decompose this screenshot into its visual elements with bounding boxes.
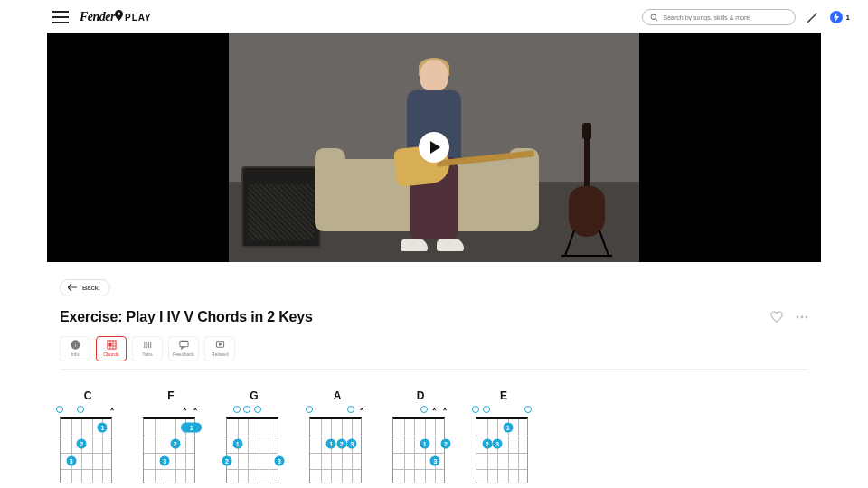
chord-name: G — [226, 389, 282, 402]
open-string-icon — [233, 406, 241, 413]
chord-diagram-f[interactable]: F××123 — [143, 389, 199, 483]
tab-label: Feedback — [173, 352, 194, 357]
svg-point-9 — [74, 342, 76, 343]
svg-line-2 — [656, 19, 657, 21]
fretboard: 123 — [60, 417, 112, 483]
chord-diagrams: C×123F××123G123A×123D××123E123 — [60, 389, 808, 483]
fretboard: 123 — [476, 417, 528, 483]
svg-point-1 — [651, 14, 656, 19]
chord-diagram-d[interactable]: D××123 — [392, 389, 448, 483]
finger-dot: 1 — [232, 439, 242, 449]
svg-rect-20 — [179, 341, 187, 346]
search-field[interactable] — [664, 14, 788, 21]
back-label: Back — [82, 284, 99, 292]
finger-dot: 2 — [482, 439, 492, 449]
finger-dot: 3 — [347, 439, 357, 449]
chord-top-markers — [226, 406, 282, 415]
fretboard: 123 — [392, 417, 445, 483]
svg-point-4 — [797, 315, 799, 318]
svg-point-15 — [108, 343, 110, 345]
open-string-icon — [306, 406, 313, 413]
chord-diagram-g[interactable]: G123 — [226, 389, 282, 483]
finger-dot: 3 — [160, 455, 170, 465]
open-string-icon — [524, 406, 532, 413]
muted-string-icon: × — [108, 406, 116, 413]
muted-string-icon: × — [441, 406, 448, 413]
svg-point-5 — [801, 315, 804, 318]
tab-tabs[interactable]: Tabs — [132, 336, 163, 361]
finger-dot: 2 — [222, 455, 232, 465]
tab-label: Tabs — [142, 352, 153, 357]
play-icon[interactable] — [419, 132, 449, 163]
svg-point-6 — [806, 315, 808, 318]
streak-indicator[interactable]: 1 — [830, 11, 850, 23]
chord-name: D — [392, 389, 448, 402]
svg-point-0 — [118, 13, 120, 15]
chord-top-markers: × — [309, 406, 365, 415]
tab-label: Info — [71, 352, 79, 357]
related-icon — [215, 340, 225, 350]
open-string-icon — [56, 406, 63, 413]
content-tabs: Info Chords Tabs Feedback Related — [60, 336, 808, 370]
chord-name: C — [60, 389, 116, 402]
svg-point-3 — [816, 13, 816, 14]
tab-related[interactable]: Related — [204, 336, 235, 361]
lesson-video[interactable] — [47, 33, 821, 262]
open-string-icon — [483, 406, 490, 413]
finger-dot: 3 — [275, 455, 285, 465]
favorite-icon[interactable] — [770, 311, 783, 324]
finger-dot: 1 — [98, 422, 108, 432]
search-input[interactable] — [642, 9, 796, 25]
fretboard: 123 — [143, 417, 195, 483]
chord-name: F — [143, 389, 199, 402]
finger-dot: 1 — [503, 422, 513, 432]
open-string-icon — [254, 406, 261, 413]
logo-word-1: Fender — [80, 10, 115, 23]
chord-diagram-e[interactable]: E123 — [476, 389, 532, 483]
tab-info[interactable]: Info — [60, 336, 90, 361]
chord-top-markers: × — [60, 406, 116, 415]
streak-count: 1 — [846, 14, 850, 22]
muted-string-icon: × — [430, 406, 438, 413]
finger-dot: 2 — [441, 439, 451, 449]
tab-chords[interactable]: Chords — [96, 336, 127, 361]
lesson-title: Exercise: Play I IV V Chords in 2 Keys — [60, 309, 770, 325]
finger-dot: 2 — [77, 439, 87, 449]
open-string-icon — [77, 406, 84, 413]
open-string-icon — [347, 406, 354, 413]
menu-icon[interactable] — [52, 11, 69, 23]
open-string-icon — [420, 406, 428, 413]
finger-dot: 3 — [430, 455, 440, 465]
search-icon — [650, 14, 658, 22]
tab-label: Chords — [103, 352, 119, 357]
more-icon[interactable] — [796, 315, 808, 319]
feedback-icon — [179, 340, 189, 350]
finger-dot: 2 — [336, 439, 346, 449]
chord-diagram-c[interactable]: C×123 — [60, 389, 116, 483]
chord-name: A — [309, 389, 365, 402]
finger-dot: 3 — [66, 455, 76, 465]
back-button[interactable]: Back — [60, 279, 110, 296]
tabs-icon — [143, 340, 153, 350]
open-string-icon — [472, 406, 479, 413]
logo-pin-icon — [115, 10, 123, 24]
finger-dot: 3 — [493, 439, 503, 449]
finger-dot: 1 — [420, 439, 429, 449]
brand-logo[interactable]: Fender PLAY — [80, 10, 152, 24]
finger-dot: 2 — [170, 439, 180, 449]
fretboard: 123 — [226, 417, 278, 483]
chord-name: E — [476, 389, 532, 402]
tab-feedback[interactable]: Feedback — [168, 336, 199, 361]
muted-string-icon: × — [358, 406, 365, 413]
chord-icon — [107, 340, 117, 350]
bolt-icon — [830, 11, 843, 23]
muted-string-icon: × — [192, 406, 199, 413]
arrow-left-icon — [68, 284, 77, 291]
tab-label: Related — [212, 352, 229, 357]
tuner-icon[interactable] — [807, 11, 819, 23]
fretboard: 123 — [309, 417, 362, 483]
muted-string-icon: × — [181, 406, 188, 413]
chord-diagram-a[interactable]: A×123 — [309, 389, 365, 483]
svg-rect-8 — [74, 344, 75, 348]
open-string-icon — [243, 406, 250, 413]
